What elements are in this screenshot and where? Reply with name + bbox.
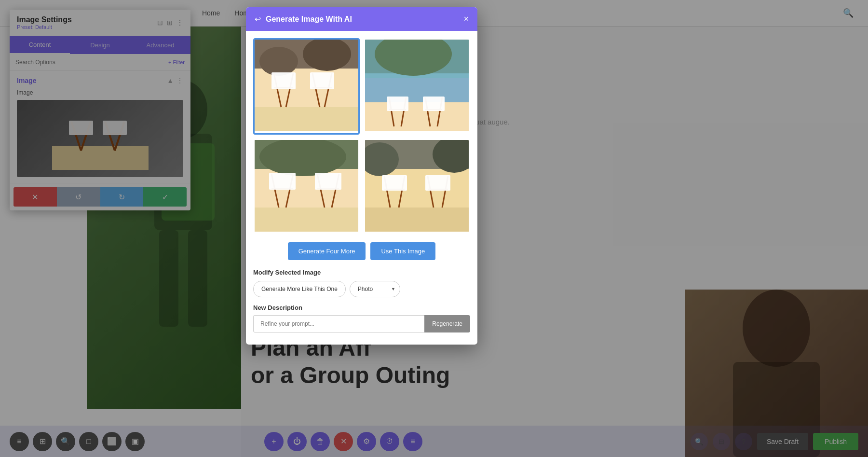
grid-image-2-svg (365, 40, 469, 131)
image-grid-item-1[interactable] (253, 38, 360, 135)
modal-action-buttons: Generate Four More Use This Image (253, 242, 470, 260)
svg-rect-32 (365, 78, 469, 102)
svg-rect-37 (387, 97, 408, 111)
svg-rect-41 (423, 97, 445, 111)
description-input[interactable] (253, 315, 424, 332)
modify-label: Modify Selected Image (253, 269, 470, 276)
modal-close-button[interactable]: × (463, 14, 469, 24)
generate-image-modal: ↩ Generate Image With AI × (246, 7, 477, 345)
svg-point-19 (259, 47, 298, 76)
grid-image-4-svg (365, 140, 469, 232)
svg-rect-17 (255, 69, 358, 107)
photo-type-select-wrapper: Photo Illustration Painting 3D Render (350, 281, 400, 297)
svg-rect-24 (271, 72, 296, 89)
description-row: Regenerate (253, 315, 470, 332)
generate-four-button[interactable]: Generate Four More (288, 242, 366, 260)
image-grid-item-3[interactable] (253, 138, 360, 235)
use-image-button[interactable]: Use This Image (370, 242, 435, 260)
svg-rect-66 (425, 175, 450, 191)
grid-image-1-svg (255, 40, 358, 131)
svg-rect-56 (365, 208, 469, 232)
regenerate-button[interactable]: Regenerate (424, 315, 470, 332)
svg-rect-62 (382, 175, 407, 191)
svg-rect-44 (255, 208, 358, 232)
grid-image-3-svg (255, 140, 358, 232)
modal-title: Generate Image With AI (266, 15, 352, 24)
svg-rect-49 (269, 173, 296, 190)
svg-rect-31 (365, 102, 469, 131)
image-grid-item-2[interactable] (364, 38, 470, 135)
modal-back-icon[interactable]: ↩ (255, 14, 261, 24)
modal-scroll-area[interactable]: Generate Four More Use This Image Modify… (246, 31, 477, 345)
modal-header: ↩ Generate Image With AI × (246, 7, 477, 31)
image-grid (253, 38, 470, 235)
photo-type-select[interactable]: Photo Illustration Painting 3D Render (350, 281, 400, 297)
modify-section: Modify Selected Image Generate More Like… (253, 269, 470, 337)
modify-row: Generate More Like This One Photo Illust… (253, 281, 470, 297)
svg-rect-53 (315, 173, 341, 190)
image-grid-item-4[interactable] (364, 138, 470, 235)
svg-rect-18 (255, 107, 358, 131)
new-description-label: New Description (253, 304, 470, 311)
generate-more-button[interactable]: Generate More Like This One (253, 281, 346, 297)
modal-header-left: ↩ Generate Image With AI (255, 14, 352, 24)
svg-rect-28 (310, 72, 334, 89)
